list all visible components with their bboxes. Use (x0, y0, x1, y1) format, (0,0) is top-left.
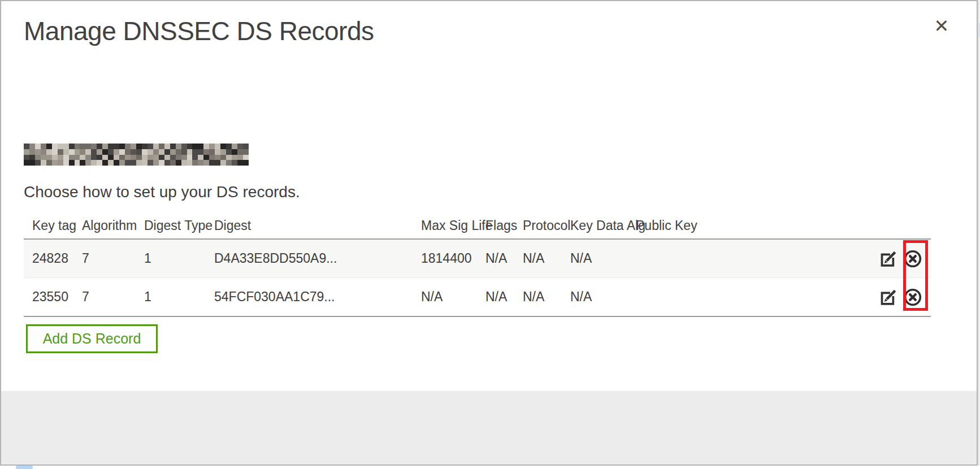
screen: Manage DNSSEC DS Records ✕ Choose how to… (0, 0, 980, 469)
column-header-algorithm: Algorithm (82, 218, 137, 233)
column-header-key-tag: Key tag (32, 218, 76, 233)
delete-record-button[interactable] (903, 288, 922, 307)
cell-max-sig-life: 1814400 (421, 240, 472, 277)
cell-key-tag: 23550 (32, 278, 68, 316)
delete-record-button[interactable] (903, 249, 922, 268)
ds-records-table: Key tagAlgorithmDigest TypeDigestMax Sig… (24, 193, 931, 318)
cell-flags: N/A (485, 240, 507, 277)
cell-digest: D4A33E8DD550A9... (214, 240, 337, 277)
table-row: 235507154FCF030AA1C79...N/AN/AN/AN/A (24, 277, 931, 316)
cell-protocol: N/A (523, 278, 544, 316)
column-header-key-data-alg: Key Data Alg (570, 218, 645, 233)
table-row: 2482871D4A33E8DD550A9...1814400N/AN/AN/A (24, 240, 931, 277)
cell-algorithm: 7 (82, 240, 89, 277)
table-body: 2482871D4A33E8DD550A9...1814400N/AN/AN/A… (24, 238, 931, 317)
column-header-digest: Digest (214, 218, 251, 233)
cell-key-data-alg: N/A (570, 278, 592, 316)
edit-icon (878, 260, 897, 270)
cell-flags: N/A (485, 278, 507, 316)
cell-digest: 54FCF030AA1C79... (214, 278, 335, 316)
cell-key-data-alg: N/A (570, 240, 592, 277)
column-header-protocol: Protocol (523, 218, 570, 233)
background-artifact (16, 466, 33, 469)
manage-dnssec-modal: Manage DNSSEC DS Records ✕ Choose how to… (0, 0, 978, 466)
column-header-digest-type: Digest Type (144, 218, 213, 233)
delete-icon (903, 299, 922, 309)
column-header-flags: Flags (485, 218, 517, 233)
modal-title: Manage DNSSEC DS Records (24, 16, 374, 46)
cell-digest-type: 1 (144, 240, 151, 277)
cell-protocol: N/A (523, 240, 544, 277)
close-button[interactable]: ✕ (927, 11, 956, 41)
redacted-domain-name (24, 144, 249, 166)
edit-icon (878, 299, 897, 309)
cell-max-sig-life: N/A (421, 278, 443, 316)
cell-key-tag: 24828 (32, 240, 68, 277)
table-header-row: Key tagAlgorithmDigest TypeDigestMax Sig… (24, 193, 931, 238)
add-ds-record-button[interactable]: Add DS Record (26, 324, 158, 353)
modal-footer: Save Cancel (1, 391, 977, 464)
delete-icon (903, 260, 922, 270)
cell-digest-type: 1 (144, 278, 151, 316)
close-icon: ✕ (934, 15, 949, 37)
edit-record-button[interactable] (878, 288, 897, 307)
column-header-public-key: Public Key (636, 218, 697, 233)
edit-record-button[interactable] (878, 249, 897, 268)
cell-algorithm: 7 (82, 278, 89, 316)
column-header-max-sig-life: Max Sig Life (421, 218, 493, 233)
